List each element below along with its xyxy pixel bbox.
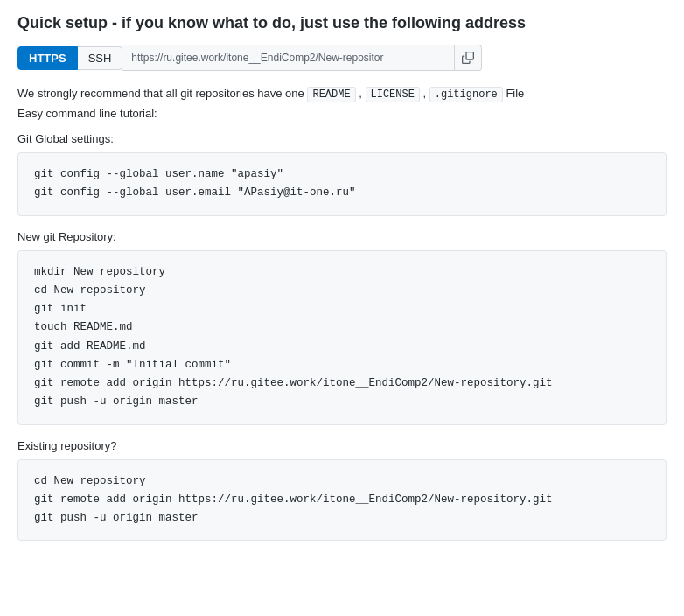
global-settings-code: git config --global user.name "apasiy" g… (17, 152, 667, 216)
url-row: HTTPS SSH (17, 45, 667, 71)
global-settings-label: Git Global settings: (17, 132, 667, 145)
file-text: File (503, 87, 525, 100)
new-git-code: mkdir New repository cd New repository g… (17, 250, 667, 425)
existing-label: Existing repository? (17, 439, 667, 452)
readme-code: README (307, 87, 355, 102)
url-input[interactable] (122, 45, 455, 71)
existing-code: cd New repository git remote add origin … (17, 459, 667, 542)
recommend-text: We strongly recommend that all git repos… (17, 85, 667, 103)
gitignore-code: .gitignore (429, 87, 503, 102)
new-git-label: New git Repository: (17, 230, 667, 243)
https-button[interactable]: HTTPS (17, 46, 78, 70)
license-code: LICENSE (366, 87, 420, 102)
ssh-button[interactable]: SSH (78, 46, 123, 70)
comma2: , (420, 87, 429, 100)
page-title: Quick setup - if you know what to do, ju… (17, 14, 667, 32)
recommend-prefix: We strongly recommend that all git repos… (17, 87, 307, 100)
comma1: , (356, 87, 366, 100)
easy-command-label: Easy command line tutorial: (17, 107, 667, 120)
copy-icon (462, 52, 474, 64)
copy-button[interactable] (455, 45, 482, 71)
